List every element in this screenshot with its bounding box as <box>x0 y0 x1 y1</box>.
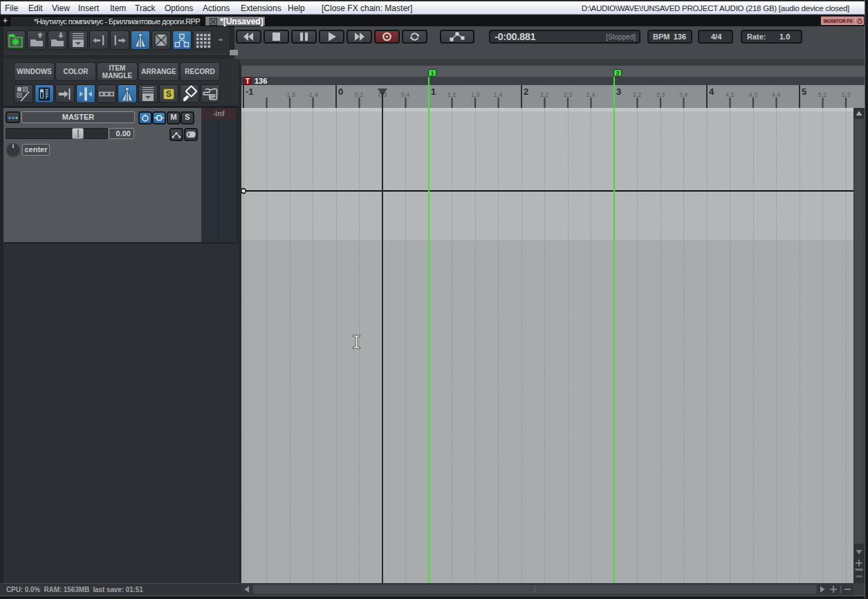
svg-text:S: S <box>166 89 172 99</box>
svg-text:T: T <box>246 77 250 85</box>
